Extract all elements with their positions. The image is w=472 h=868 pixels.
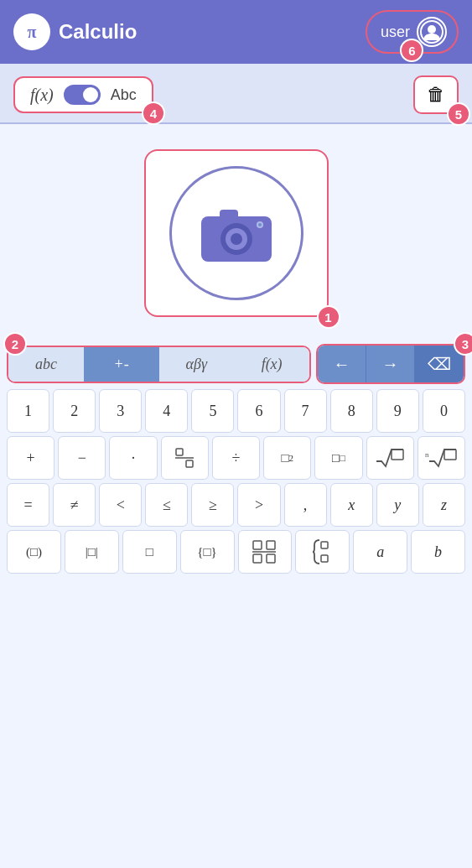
- key-abs[interactable]: |□|: [65, 530, 119, 574]
- key-equal[interactable]: =: [7, 483, 49, 527]
- tab-fx[interactable]: f(x): [234, 347, 309, 382]
- keyboard-section: 2 abc +- αβγ f(x) ← → ⌫ 3 1 2 3 4 5 6 7 …: [0, 344, 472, 584]
- badge-3: 3: [454, 332, 472, 356]
- key-lessthan[interactable]: <: [99, 483, 142, 527]
- camera-button[interactable]: [144, 149, 329, 317]
- badge-1: 1: [317, 305, 340, 329]
- tab-greek[interactable]: αβγ: [159, 347, 235, 382]
- svg-rect-12: [392, 450, 403, 460]
- badge-2: 2: [3, 332, 27, 356]
- svg-rect-9: [176, 449, 183, 455]
- key-3[interactable]: 3: [99, 389, 142, 433]
- svg-rect-14: [444, 450, 456, 460]
- key-plus[interactable]: +: [7, 436, 54, 480]
- svg-rect-6: [220, 210, 238, 220]
- key-leq[interactable]: ≤: [145, 483, 188, 527]
- nthroot-icon: n: [424, 446, 458, 470]
- key-a[interactable]: a: [353, 530, 407, 574]
- key-4[interactable]: 4: [145, 389, 188, 433]
- key-notequal[interactable]: ≠: [53, 483, 96, 527]
- trash-icon: 🗑: [427, 84, 445, 106]
- key-dot[interactable]: ·: [109, 436, 157, 480]
- svg-rect-18: [267, 541, 275, 549]
- key-square[interactable]: □2: [263, 436, 311, 480]
- key-geq[interactable]: ≥: [191, 483, 234, 527]
- svg-rect-19: [267, 554, 275, 563]
- badge-6: 6: [400, 39, 423, 62]
- mode-toggle[interactable]: [64, 85, 101, 105]
- user-profile-button[interactable]: user 6: [366, 10, 459, 54]
- camera-area: 1: [0, 124, 472, 334]
- svg-rect-15: [253, 541, 262, 549]
- key-power[interactable]: □□: [314, 436, 362, 480]
- nav-group: ← → ⌫: [316, 344, 465, 384]
- key-9[interactable]: 9: [376, 389, 419, 433]
- key-5[interactable]: 5: [191, 389, 234, 433]
- badge-5: 5: [447, 102, 470, 126]
- key-8[interactable]: 8: [330, 389, 373, 433]
- svg-point-5: [231, 233, 242, 245]
- key-divide[interactable]: ÷: [212, 436, 260, 480]
- key-frac-boxes[interactable]: [238, 530, 293, 574]
- key-0[interactable]: 0: [423, 389, 465, 433]
- toggle-knob: [83, 87, 98, 102]
- key-greaterthan[interactable]: >: [237, 483, 280, 527]
- sqrt-icon: [375, 446, 405, 470]
- fx-label: f(x): [30, 86, 54, 105]
- brackets-row: (□) |□| □ {□} a b: [7, 530, 465, 574]
- svg-point-8: [258, 223, 262, 226]
- key-braces[interactable]: {□}: [180, 530, 235, 574]
- key-y[interactable]: y: [376, 483, 419, 527]
- operator-row: + − · ÷ □2 □□ n: [7, 436, 465, 480]
- arrow-left-button[interactable]: ←: [318, 346, 366, 382]
- header: π Calculio user 6: [0, 0, 472, 64]
- key-minus[interactable]: −: [58, 436, 106, 480]
- key-fraction[interactable]: [161, 436, 209, 480]
- fraction-icon: [173, 444, 196, 471]
- svg-rect-20: [321, 542, 328, 548]
- key-bigbrace[interactable]: [295, 530, 350, 574]
- bigbrace-icon: [311, 538, 335, 565]
- key-x[interactable]: x: [330, 483, 373, 527]
- tab-plus-minus[interactable]: +-: [84, 347, 159, 382]
- tab-group: abc +- αβγ f(x): [7, 346, 311, 383]
- key-sqrt[interactable]: [366, 436, 414, 480]
- camera-svg-icon: [195, 200, 278, 267]
- svg-rect-21: [321, 555, 328, 562]
- app-logo: π: [13, 13, 50, 50]
- key-comma[interactable]: ,: [284, 483, 327, 527]
- digit-row: 1 2 3 4 5 6 7 8 9 0: [7, 389, 465, 433]
- user-label: user: [381, 23, 410, 41]
- key-b[interactable]: b: [411, 530, 465, 574]
- abc-label: Abc: [111, 86, 137, 104]
- mode-bar: f(x) Abc 4 🗑 5: [0, 64, 472, 124]
- frac-boxes-icon: [252, 538, 277, 565]
- mode-selector[interactable]: f(x) Abc: [13, 76, 153, 113]
- key-7[interactable]: 7: [284, 389, 327, 433]
- key-z[interactable]: z: [423, 483, 465, 527]
- svg-rect-17: [253, 554, 262, 563]
- comparison-row: = ≠ < ≤ ≥ > , x y z: [7, 483, 465, 527]
- svg-rect-11: [186, 460, 193, 467]
- svg-point-1: [428, 25, 436, 34]
- arrow-right-button[interactable]: →: [366, 346, 415, 382]
- key-box[interactable]: □: [122, 530, 177, 574]
- app-title: Calculio: [59, 20, 366, 44]
- key-nthroot[interactable]: n: [418, 436, 465, 480]
- svg-text:n: n: [425, 450, 429, 459]
- key-6[interactable]: 6: [237, 389, 280, 433]
- logo-symbol: π: [28, 23, 37, 42]
- tab-row: 2 abc +- αβγ f(x) ← → ⌫ 3: [7, 344, 465, 384]
- key-2[interactable]: 2: [53, 389, 96, 433]
- key-parens[interactable]: (□): [7, 530, 61, 574]
- badge-4: 4: [142, 101, 165, 125]
- camera-circle: [169, 166, 303, 300]
- key-1[interactable]: 1: [7, 389, 49, 433]
